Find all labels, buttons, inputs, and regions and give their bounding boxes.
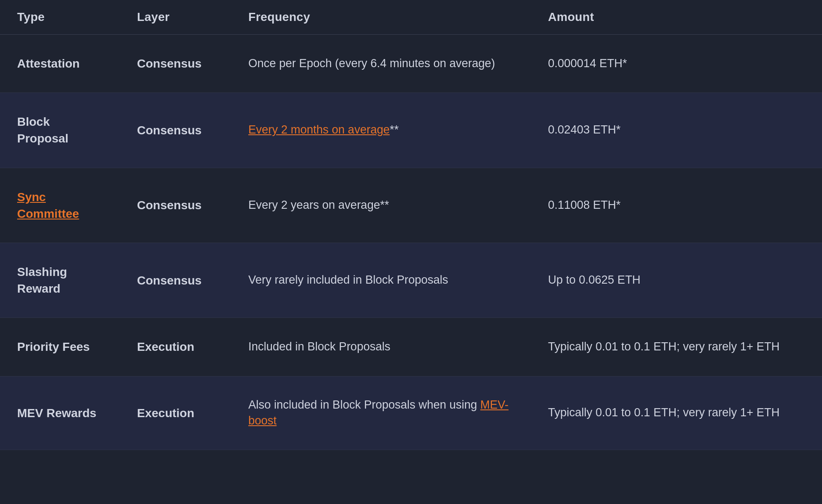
table-header-row: Type Layer Frequency Amount xyxy=(0,0,822,35)
header-layer: Layer xyxy=(120,0,231,35)
frequency-cell-mev-rewards: Also included in Block Proposals when us… xyxy=(231,376,531,450)
rewards-table: Type Layer Frequency Amount AttestationC… xyxy=(0,0,822,450)
type-link-sync-committee[interactable]: Sync Committee xyxy=(17,189,103,222)
layer-cell-slashing-reward: Consensus xyxy=(120,243,231,317)
table-row: AttestationConsensusOnce per Epoch (ever… xyxy=(0,35,822,93)
frequency-cell-slashing-reward: Very rarely included in Block Proposals xyxy=(231,243,531,317)
mev-boost-link[interactable]: MEV-boost xyxy=(248,398,509,427)
amount-cell-block-proposal: 0.02403 ETH* xyxy=(531,93,822,168)
table-row: Priority FeesExecutionIncluded in Block … xyxy=(0,318,822,376)
header-frequency: Frequency xyxy=(231,0,531,35)
type-cell-sync-committee: Sync Committee xyxy=(0,168,120,243)
rewards-table-container: Type Layer Frequency Amount AttestationC… xyxy=(0,0,822,450)
table-row: Slashing RewardConsensusVery rarely incl… xyxy=(0,243,822,317)
header-type: Type xyxy=(0,0,120,35)
layer-cell-sync-committee: Consensus xyxy=(120,168,231,243)
type-cell-priority-fees: Priority Fees xyxy=(0,318,120,376)
layer-cell-priority-fees: Execution xyxy=(120,318,231,376)
type-cell-block-proposal: Block Proposal xyxy=(0,93,120,168)
table-row: MEV RewardsExecutionAlso included in Blo… xyxy=(0,376,822,450)
frequency-cell-sync-committee: Every 2 years on average** xyxy=(231,168,531,243)
table-row: Sync CommitteeConsensusEvery 2 years on … xyxy=(0,168,822,243)
header-amount: Amount xyxy=(531,0,822,35)
layer-cell-mev-rewards: Execution xyxy=(120,376,231,450)
frequency-cell-attestation: Once per Epoch (every 6.4 minutes on ave… xyxy=(231,35,531,93)
layer-cell-block-proposal: Consensus xyxy=(120,93,231,168)
layer-cell-attestation: Consensus xyxy=(120,35,231,93)
type-cell-attestation: Attestation xyxy=(0,35,120,93)
block-proposal-frequency-link[interactable]: Every 2 months on average xyxy=(248,123,390,136)
amount-cell-mev-rewards: Typically 0.01 to 0.1 ETH; very rarely 1… xyxy=(531,376,822,450)
frequency-cell-priority-fees: Included in Block Proposals xyxy=(231,318,531,376)
amount-cell-sync-committee: 0.11008 ETH* xyxy=(531,168,822,243)
type-cell-mev-rewards: MEV Rewards xyxy=(0,376,120,450)
amount-cell-priority-fees: Typically 0.01 to 0.1 ETH; very rarely 1… xyxy=(531,318,822,376)
frequency-cell-block-proposal: Every 2 months on average** xyxy=(231,93,531,168)
amount-cell-slashing-reward: Up to 0.0625 ETH xyxy=(531,243,822,317)
table-row: Block ProposalConsensusEvery 2 months on… xyxy=(0,93,822,168)
amount-cell-attestation: 0.000014 ETH* xyxy=(531,35,822,93)
type-cell-slashing-reward: Slashing Reward xyxy=(0,243,120,317)
